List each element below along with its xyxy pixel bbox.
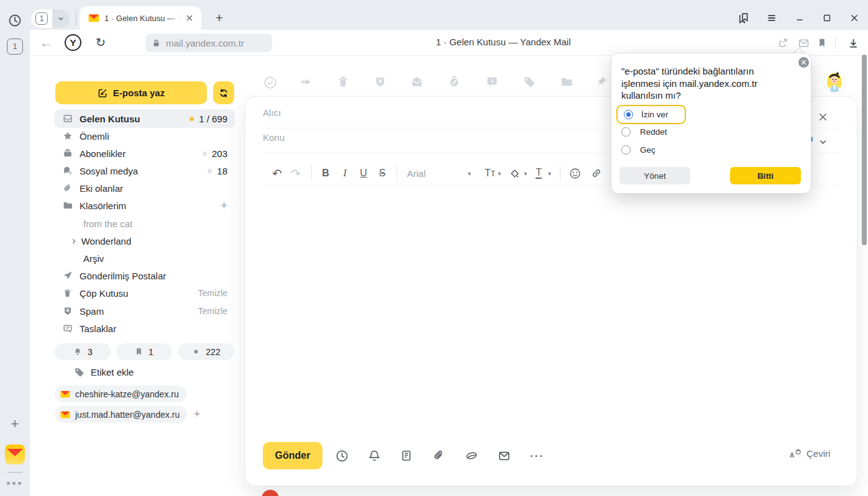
emoji-button[interactable] xyxy=(569,168,581,179)
compose-button[interactable]: E-posta yaz xyxy=(55,81,207,104)
schedule-send-icon[interactable] xyxy=(335,449,349,462)
format-toolbar: ↶ ↷ B I U S Arial ▾ Tт ▾ ▾ T ▾ xyxy=(268,161,602,186)
attach-from-disk-icon[interactable] xyxy=(464,449,479,462)
account-chip-2[interactable]: just.mad.hatter@yandex.ru xyxy=(55,406,187,423)
sidebar-item-important[interactable]: Önemli xyxy=(55,127,235,145)
url-text: mail.yandex.com.tr xyxy=(166,38,244,48)
spam-mark-icon[interactable] xyxy=(374,76,386,88)
font-caret-icon[interactable]: ▾ xyxy=(468,170,471,177)
font-size-button[interactable]: Tт xyxy=(485,168,495,179)
new-tab-button[interactable]: + xyxy=(211,10,227,26)
strikethrough-button[interactable]: S xyxy=(373,168,391,179)
font-family-select[interactable]: Arial xyxy=(407,168,468,179)
compose-collapse-chevron-icon[interactable] xyxy=(816,135,829,148)
empty-spam-link[interactable]: Temizle xyxy=(198,306,227,316)
minimize-button[interactable] xyxy=(792,10,808,26)
remind-icon[interactable] xyxy=(486,76,498,88)
message-body[interactable] xyxy=(263,190,822,432)
delete-icon[interactable] xyxy=(337,76,349,88)
more-actions-button[interactable]: … xyxy=(529,443,545,461)
text-color-caret-icon[interactable]: ▾ xyxy=(548,170,551,177)
compose-close-icon[interactable] xyxy=(816,110,829,124)
select-all-icon[interactable] xyxy=(263,76,277,89)
url-field[interactable]: mail.yandex.com.tr xyxy=(145,34,272,52)
rail-more-button[interactable] xyxy=(7,482,21,485)
popup-option-allow[interactable]: İzin ver xyxy=(616,105,686,124)
back-icon[interactable]: ← xyxy=(39,35,53,50)
refresh-button[interactable] xyxy=(213,81,234,104)
redo-button[interactable]: ↷ xyxy=(286,166,305,181)
empty-trash-link[interactable]: Temizle xyxy=(198,288,227,298)
label-icon[interactable] xyxy=(523,76,536,88)
unread-pill[interactable]: 222 xyxy=(178,343,234,360)
count-dot xyxy=(208,169,212,173)
add-label-button[interactable]: Etiket ekle xyxy=(74,367,134,377)
sidebar-item-with-attachments[interactable]: Eki olanlar xyxy=(55,179,235,197)
sidebar-item-trash[interactable]: Çöp Kutusu Temizle xyxy=(55,284,235,302)
font-size-caret-icon[interactable]: ▾ xyxy=(498,170,501,177)
popup-option-deny[interactable]: Reddet xyxy=(621,126,667,137)
tab-close-icon[interactable] xyxy=(185,12,196,24)
insert-link-button[interactable] xyxy=(591,168,602,179)
window-close-button[interactable] xyxy=(846,10,862,26)
add-folder-button[interactable]: + xyxy=(221,199,227,212)
sidebar-item-social[interactable]: Sosyal medya 18 xyxy=(55,161,235,180)
sidebar-item-my-folders[interactable]: Klasörlerim + xyxy=(55,196,235,215)
bookmarks-panel-icon[interactable] xyxy=(736,10,752,26)
attach-file-icon[interactable] xyxy=(432,449,445,462)
move-folder-icon[interactable] xyxy=(560,76,573,88)
sidebar-item-inbox[interactable]: Gelen Kutusu 1 / 699 xyxy=(55,109,235,128)
text-color-button[interactable]: T xyxy=(536,168,542,179)
sidebar-item-spam[interactable]: Spam Temizle xyxy=(55,302,235,320)
pin-icon[interactable] xyxy=(595,76,608,88)
translate-button[interactable]: A Çeviri xyxy=(790,448,830,459)
popup-close-icon[interactable] xyxy=(798,57,809,68)
undo-button[interactable]: ↶ xyxy=(268,166,286,181)
sidebar-item-drafts[interactable]: Taslaklar xyxy=(55,319,235,338)
history-icon[interactable] xyxy=(7,13,22,28)
share-icon[interactable] xyxy=(775,35,790,50)
bookmark-icon[interactable] xyxy=(815,35,829,50)
expand-chevron-icon[interactable]: › xyxy=(72,235,76,247)
done-button[interactable]: Bitti xyxy=(730,167,801,184)
mark-read-icon[interactable] xyxy=(411,76,423,88)
radio-icon[interactable] xyxy=(621,127,631,137)
rail-tab-count-badge[interactable]: 1 xyxy=(7,38,23,55)
manage-button[interactable]: Yönet xyxy=(619,167,690,184)
reminders-pill[interactable]: 3 xyxy=(55,343,111,360)
template-icon[interactable] xyxy=(400,449,413,462)
chevron-down-icon xyxy=(57,15,65,22)
menu-icon[interactable] xyxy=(764,10,780,26)
send-button[interactable]: Gönder xyxy=(263,442,322,469)
italic-button[interactable]: I xyxy=(336,167,354,179)
sidebar-item-sent[interactable]: Gönderilmiş Postalar xyxy=(55,266,235,285)
snooze-icon[interactable] xyxy=(448,76,460,88)
highlight-caret-icon[interactable]: ▾ xyxy=(524,170,527,177)
tab-group-control[interactable]: 1 xyxy=(31,9,70,28)
maximize-button[interactable] xyxy=(819,10,835,26)
sidebar-item-archive[interactable]: Arşiv xyxy=(55,249,235,268)
highlight-color-button[interactable] xyxy=(509,168,520,179)
notify-icon[interactable] xyxy=(367,449,381,462)
radio-selected-icon[interactable] xyxy=(624,110,633,119)
download-icon[interactable] xyxy=(845,35,861,51)
forward-icon[interactable] xyxy=(299,76,312,88)
sidebar-item-subscriptions[interactable]: Abonelikler 203 xyxy=(55,144,235,163)
rail-add-panel-button[interactable]: + xyxy=(8,417,22,431)
underline-button[interactable]: U xyxy=(354,168,373,179)
sidebar-item-wonderland[interactable]: › Wonderland xyxy=(55,232,235,250)
bold-button[interactable]: B xyxy=(316,168,336,179)
tab-active[interactable]: 1 · Gelen Kutusu — Yand xyxy=(80,6,201,30)
page-scrollbar-thumb[interactable] xyxy=(862,55,867,245)
avatar[interactable] xyxy=(824,71,845,92)
add-account-button[interactable]: + xyxy=(190,407,204,421)
radio-icon[interactable] xyxy=(621,145,631,155)
account-chip-1[interactable]: cheshire-katze@yandex.ru xyxy=(55,386,186,402)
yandex-mail-app-icon[interactable] xyxy=(5,444,25,464)
reload-icon[interactable]: ↻ xyxy=(93,35,108,50)
bookmarks-pill[interactable]: 1 xyxy=(116,343,172,360)
attach-from-mail-icon[interactable] xyxy=(497,449,511,462)
yandex-logo-icon[interactable]: Y xyxy=(65,34,81,51)
popup-option-skip[interactable]: Geç xyxy=(621,144,656,155)
sidebar-item-from-the-cat[interactable]: from the cat xyxy=(55,214,235,233)
